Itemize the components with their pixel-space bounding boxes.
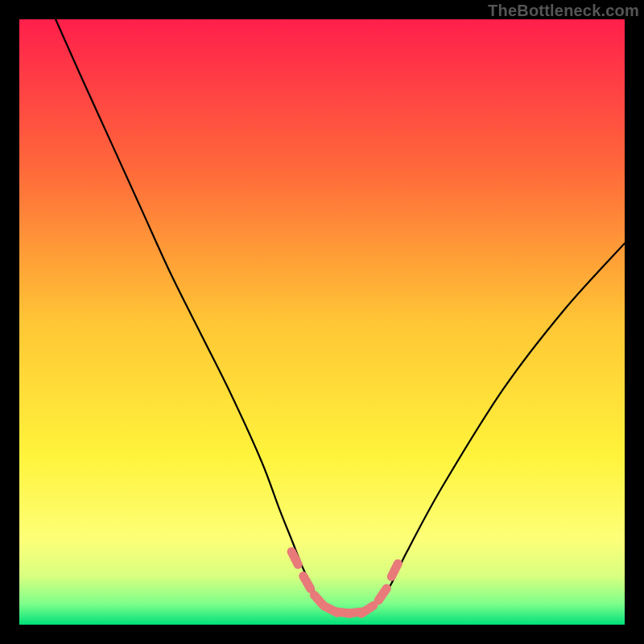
plot-area (19, 19, 625, 625)
watermark-text: TheBottleneck.com (488, 2, 639, 20)
chart-svg (19, 19, 625, 625)
highlight-marker (303, 576, 311, 589)
chart-frame: TheBottleneck.com (0, 0, 644, 644)
highlight-marker (291, 551, 298, 564)
highlight-marker (391, 564, 398, 576)
gradient-background (19, 19, 625, 625)
